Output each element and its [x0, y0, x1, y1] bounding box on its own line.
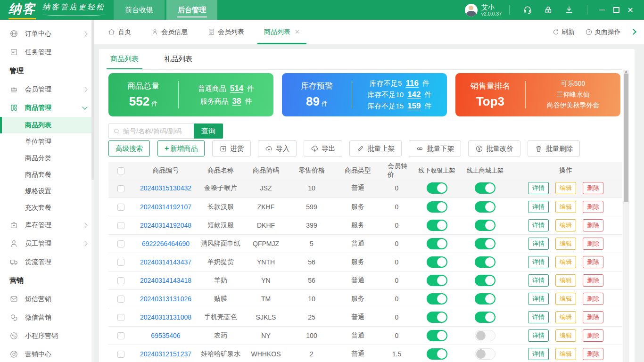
row-checkbox[interactable] [117, 277, 124, 284]
online-shelf-toggle[interactable] [475, 312, 495, 323]
sidebar-sub-spec[interactable]: 规格设置 [0, 183, 94, 199]
export-button[interactable]: 导出 [304, 140, 342, 156]
sidebar-item-product[interactable]: 商品管理 [0, 99, 94, 117]
edit-button[interactable]: 编辑 [555, 182, 576, 194]
sidebar-item-logistics[interactable]: 货流管理 [0, 253, 94, 271]
sidebar-scrollbar-thumb[interactable] [91, 20, 94, 180]
panel-scrollbar-thumb[interactable] [624, 74, 628, 202]
stock-below-5-count[interactable]: 116 [405, 79, 418, 88]
sidebar-item-miniprogram[interactable]: 小程序营销 [0, 327, 94, 345]
add-product-button[interactable]: +新增商品 [157, 140, 205, 156]
product-code-link[interactable]: 20240314192048 [140, 222, 191, 229]
delete-button[interactable]: 删除 [583, 274, 603, 287]
offline-shelf-toggle[interactable] [427, 312, 447, 323]
product-code-link[interactable]: 69535406 [151, 332, 180, 339]
sidebar-sub-product-list[interactable]: 商品列表 [0, 117, 94, 133]
edit-button[interactable]: 编辑 [555, 348, 576, 360]
product-code-link[interactable]: 20240314143418 [140, 277, 191, 284]
detail-button[interactable]: 详情 [528, 293, 549, 305]
edit-button[interactable]: 编辑 [555, 201, 576, 213]
sidebar-item-marketing-center[interactable]: 营销中心 [0, 345, 94, 362]
delete-button[interactable]: 删除 [583, 348, 603, 360]
batch-off-shelf-button[interactable]: 批量下架 [409, 140, 461, 156]
online-shelf-toggle[interactable] [475, 182, 495, 194]
refresh-button[interactable]: 刷新 [552, 28, 575, 36]
detail-button[interactable]: 详情 [528, 182, 549, 194]
import-button[interactable]: 导入 [258, 140, 297, 156]
edit-button[interactable]: 编辑 [555, 238, 576, 250]
sidebar-item-staff[interactable]: 员工管理 [0, 234, 94, 253]
detail-button[interactable]: 详情 [528, 219, 549, 231]
product-code-link[interactable]: 20240314143437 [140, 258, 191, 266]
batch-delete-button[interactable]: 批量删除 [528, 140, 580, 156]
edit-button[interactable]: 编辑 [555, 311, 576, 323]
sidebar-item-inventory[interactable]: 库存管理 [0, 216, 94, 234]
query-button[interactable]: 查询 [194, 123, 223, 139]
delete-button[interactable]: 删除 [583, 293, 603, 305]
close-tab-icon[interactable]: ✕ [295, 28, 300, 35]
sidebar-sub-recharge[interactable]: 充次套餐 [0, 199, 94, 216]
online-shelf-toggle[interactable] [475, 238, 495, 249]
nav-tab-frontdesk[interactable]: 前台收银 [114, 0, 165, 20]
download-icon[interactable] [564, 5, 574, 15]
user-avatar[interactable] [465, 4, 478, 16]
product-code-link[interactable]: 20240312151237 [140, 350, 191, 358]
sidebar-item-order-center[interactable]: 订单中心 [0, 25, 94, 43]
page-tab-home[interactable]: 首页 [101, 20, 138, 44]
normal-product-count[interactable]: 514 [230, 84, 243, 93]
select-all-checkbox[interactable] [117, 167, 124, 174]
delete-button[interactable]: 删除 [583, 201, 603, 213]
scroll-up-icon[interactable]: ▲ [623, 69, 629, 74]
row-checkbox[interactable] [117, 240, 124, 247]
panel-scrollbar[interactable]: ▲ ▼ [623, 70, 629, 362]
row-checkbox[interactable] [117, 222, 124, 229]
edit-button[interactable]: 编辑 [555, 219, 576, 231]
online-shelf-toggle[interactable] [475, 348, 495, 360]
row-checkbox[interactable] [117, 314, 124, 321]
offline-shelf-toggle[interactable] [427, 293, 447, 304]
online-shelf-toggle[interactable] [475, 293, 495, 304]
product-code-link[interactable]: 20240313131008 [140, 313, 191, 321]
sidebar-sub-category[interactable]: 商品分类 [0, 150, 94, 166]
batch-price-button[interactable]: 批量改价 [468, 140, 520, 156]
sidebar-item-sms[interactable]: 短信营销 [0, 290, 94, 308]
sidebar-scrollbar[interactable] [91, 20, 94, 362]
offline-shelf-toggle[interactable] [427, 182, 447, 194]
edit-button[interactable]: 编辑 [555, 293, 576, 305]
batch-on-shelf-button[interactable]: 批量上架 [349, 140, 402, 156]
edit-button[interactable]: 编辑 [555, 329, 576, 342]
detail-button[interactable]: 详情 [528, 256, 549, 268]
detail-button[interactable]: 详情 [528, 274, 549, 287]
online-shelf-toggle[interactable] [475, 275, 495, 286]
delete-button[interactable]: 删除 [583, 238, 603, 250]
offline-shelf-toggle[interactable] [427, 330, 447, 341]
expand-actions-icon[interactable] [630, 29, 636, 35]
sidebar-sub-combo[interactable]: 商品套餐 [0, 166, 94, 183]
row-checkbox[interactable] [117, 185, 124, 192]
detail-button[interactable]: 详情 [528, 348, 549, 360]
offline-shelf-toggle[interactable] [427, 348, 447, 360]
row-checkbox[interactable] [117, 204, 124, 211]
delete-button[interactable]: 删除 [583, 329, 603, 342]
offline-shelf-toggle[interactable] [427, 201, 447, 213]
sidebar-item-member[interactable]: 会员管理 [0, 80, 94, 99]
online-shelf-toggle[interactable] [475, 201, 495, 213]
product-code-link[interactable]: 6922266464690 [142, 240, 190, 247]
nav-tab-backoffice[interactable]: 后台管理 [166, 0, 217, 20]
page-tab-member-info[interactable]: 会员信息 [144, 20, 194, 44]
close-button[interactable]: ✕ [623, 6, 637, 15]
service-product-count[interactable]: 38 [232, 97, 241, 106]
product-code-link[interactable]: 20240315130432 [140, 184, 191, 192]
online-shelf-toggle[interactable] [475, 256, 495, 268]
tab-gift-list[interactable]: 礼品列表 [162, 55, 194, 69]
delete-button[interactable]: 删除 [583, 256, 603, 268]
offline-shelf-toggle[interactable] [427, 220, 447, 231]
advanced-search-button[interactable]: 高级搜索 [108, 140, 150, 156]
stock-below-15-count[interactable]: 159 [407, 101, 421, 111]
detail-button[interactable]: 详情 [528, 311, 549, 323]
row-checkbox[interactable] [117, 332, 124, 339]
minimize-button[interactable]: ─ [595, 6, 609, 14]
detail-button[interactable]: 详情 [528, 201, 549, 213]
online-shelf-toggle[interactable] [475, 330, 495, 341]
online-shelf-toggle[interactable] [475, 220, 495, 231]
